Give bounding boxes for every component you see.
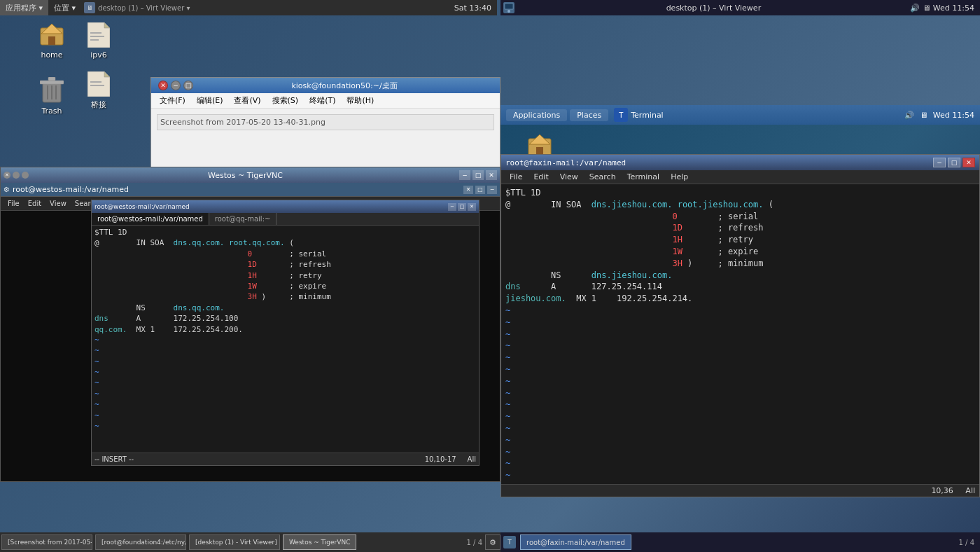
tigervnc-win-min[interactable]: − [459,170,470,180]
file-manager-menubar: 文件(F) 编辑(E) 查看(V) 搜索(S) 终端(T) 帮助(H) [151,93,500,109]
taskbar-btn-screenshot[interactable]: [Screenshot from 2017-05-20 1... [1,534,92,550]
tigervnc-close-btn[interactable]: ✕ [4,172,10,179]
ipv6-icon [85,21,113,49]
desktop: 应用程序 ▾ 位置 ▾ 🖥 desktop (1) – Virt Viewer … [0,0,980,552]
faxin-win-close[interactable]: ✕ [962,158,975,167]
faxin-menu-help[interactable]: Help [665,172,694,182]
volume-icon: 🔊 [910,4,920,13]
menu-file[interactable]: 文件(F) [154,94,191,107]
vim-left-min-btn[interactable]: − [448,203,456,211]
taskbar-btn-desktop-virt[interactable]: [desktop (1) - Virt Viewer] [189,534,280,550]
inner-min-btn[interactable]: − [487,186,497,194]
file-manager-close-btn[interactable]: ✕ [158,81,168,90]
faxin-win-max[interactable]: □ [948,158,960,167]
app-menu-item-apps[interactable]: 应用程序 ▾ [0,0,48,15]
svg-marker-12 [104,71,110,77]
file-manager-titlebar: ✕ − □ kiosk@foundation50:~/桌面 [151,78,500,93]
taskbar-btn-root-foundation[interactable]: [root@foundation4:/etc/ny/so... [95,534,186,550]
gnome-apps-btn[interactable]: Applications [506,109,567,121]
gnome-right-area: 🔊 🖥 Wed 11:54 [904,111,974,120]
vim-line-4: 1D ; refresh [94,259,476,270]
vim-line-tilde-6: ~ [94,389,476,399]
menu-file-vnc[interactable]: File [4,199,24,208]
menu-edit[interactable]: 编辑(E) [191,94,229,107]
left-page-indicator: 1 / 4 [464,539,485,546]
menu-search[interactable]: 搜索(S) [267,94,304,107]
vim-line-tilde-3: ~ [94,357,476,367]
vim-tab-westos[interactable]: root@westos-mail:/var/named [92,213,209,225]
faxin-line-6: 1W ; expire [505,246,975,258]
gnome-places-btn[interactable]: Places [570,109,608,121]
inner-close-btn[interactable]: ✕ [463,186,473,194]
faxin-menu-file[interactable]: File [504,172,528,182]
faxin-tilde-12: ~ [505,434,975,446]
file-manager-title: kiosk@foundation50:~/桌面 [193,81,496,91]
taskbar-btn-faxin[interactable]: root@faxin-mail:/var/named [520,534,631,550]
app-menu: 应用程序 ▾ 位置 ▾ [0,0,81,15]
vim-tab-qq[interactable]: root@qq-mail:~ [209,213,277,225]
menu-terminal[interactable]: 终端(T) [304,94,341,107]
faxin-tilde-2: ~ [505,317,975,329]
faxin-tilde-13: ~ [505,446,975,458]
app-menu-item-places[interactable]: 位置 ▾ [48,0,81,15]
tigervnc-titlebar: ✕ Westos ~ TigerVNC − □ ✕ [1,167,500,183]
tigervnc-max-btn[interactable] [22,172,29,179]
root-faxin-statusbar: 10,36 All [501,484,979,497]
tigervnc-win-max[interactable]: □ [472,170,484,180]
faxin-menu-view[interactable]: View [554,172,584,182]
desktop-icon-home[interactable]: home [27,21,77,60]
menu-view[interactable]: 查看(V) [228,94,266,107]
menu-view-vnc[interactable]: View [46,199,71,208]
root-faxin-window: root@faxin-mail:/var/named − □ ✕ File Ed… [500,154,980,497]
gnome-terminal-btn[interactable]: T [614,108,628,122]
inner-max-btn[interactable]: □ [475,186,485,194]
tigervnc-win-close[interactable]: ✕ [486,170,497,180]
faxin-win-min[interactable]: − [933,158,946,167]
left-taskbar-nav[interactable]: ⚙ [485,534,500,550]
faxin-line-5: 1H ; retry [505,234,975,246]
qiaojie-icon-label: 桥接 [91,99,106,110]
faxin-menu-terminal[interactable]: Terminal [622,172,666,182]
desktop-indicator: 🖥 [84,2,95,13]
ipv6-icon-label: ipv6 [90,50,107,60]
vim-line-tilde-1: ~ [94,335,476,345]
menu-edit-vnc[interactable]: Edit [24,199,46,208]
vim-left-max-btn[interactable]: □ [458,203,466,211]
vim-left-titlebar: root@westos-mail:/var/named − □ ✕ [92,200,479,213]
taskbar-btn-westos-vnc[interactable]: Westos ~ TigerVNC [283,534,356,550]
svg-rect-5 [48,36,55,45]
faxin-tilde-7: ~ [505,375,975,387]
svg-rect-9 [90,36,104,37]
svg-rect-16 [40,81,64,84]
faxin-tilde-14: ~ [505,457,975,469]
svg-rect-1 [505,4,513,9]
right-system-icons: 🔊 🖥 Wed 11:54 [910,4,980,13]
file-manager-min-btn[interactable]: − [171,81,181,90]
menu-help[interactable]: 帮助(H) [341,94,379,107]
desktop-icon-ipv6[interactable]: ipv6 [74,21,124,60]
vim-left-statusbar: -- INSERT -- 10,10-17 All [92,453,479,465]
gnome-monitor-icon: 🖥 [920,111,927,120]
faxin-line-1: $TTL 1D [505,187,975,199]
desktop-icon-trash[interactable]: Trash [27,77,77,116]
file-manager-max-btn[interactable]: □ [183,81,193,90]
vim-line-1: $TTL 1D [94,227,476,237]
vim-line-10: qq.com. MX 1 172.25.254.200. [94,324,476,335]
faxin-tilde-8: ~ [505,387,975,399]
vim-line-7: 3H ) ; minimum [94,291,476,302]
faxin-menu-search[interactable]: Search [584,172,622,182]
desktop-icon-qiaojie[interactable]: 桥接 [74,70,124,110]
faxin-menu-edit[interactable]: Edit [528,172,554,182]
vim-left-tabs: root@westos-mail:/var/named root@qq-mail… [92,213,479,226]
tigervnc-title: Westos ~ TigerVNC [31,171,459,180]
vim-left-close-btn[interactable]: ✕ [468,203,476,211]
faxin-tilde-4: ~ [505,340,975,352]
virt-viewer-title: desktop (1) – Virt Viewer [517,4,910,13]
screenshot-filename: Screenshot from 2017-05-20 13-40-31.png [160,118,326,127]
bottom-taskbar-right: T root@faxin-mail:/var/named 1 / 4 [500,532,980,552]
svg-rect-13 [90,81,102,83]
gnome-taskbar: Applications Places T Terminal 🔊 🖥 Wed 1… [500,105,980,125]
tigervnc-min-btn[interactable] [13,172,20,179]
left-window-title: desktop (1) – Virt Viewer ▾ [98,4,190,12]
vim-line-8: NS dns.qq.com. [94,303,476,313]
